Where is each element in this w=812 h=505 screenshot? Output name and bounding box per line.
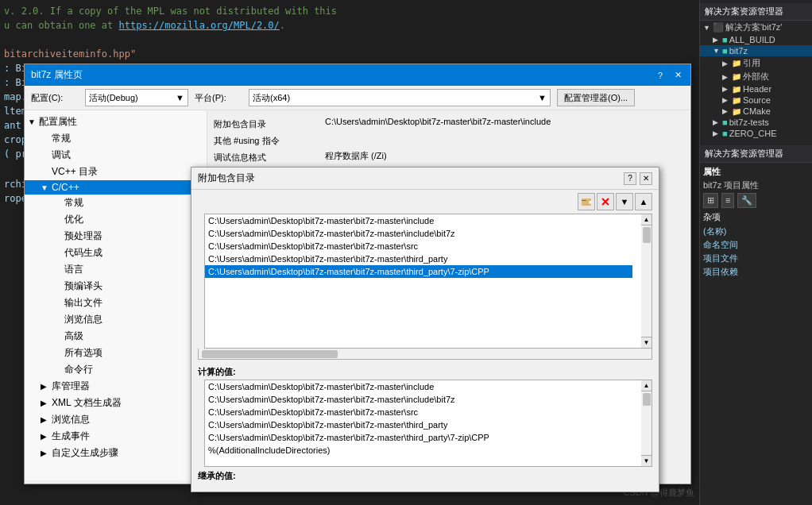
props-icon-list[interactable]: ≡ <box>721 193 734 208</box>
tree-item-zeroche[interactable]: ▶ ■ ZERO_CHE <box>700 128 812 139</box>
computed-list: C:\Users\admin\Desktop\bit7z-master\bit7… <box>204 380 646 467</box>
ltree-cpp-general[interactable]: 常规 <box>25 195 207 211</box>
ltree-vc-dirs[interactable]: VC++ 目录 <box>25 164 207 180</box>
solution-explorer-header: 解决方案资源管理器 <box>700 3 812 21</box>
expand-arrow: ▶ <box>41 415 52 424</box>
dir-item[interactable]: C:\Users\admin\Desktop\bit7z-master\bit7… <box>205 240 632 252</box>
dir-item-selected[interactable]: C:\Users\admin\Desktop\bit7z-master\bit7… <box>205 265 632 278</box>
dir-item[interactable]: C:\Users\admin\Desktop\bit7z-master\bit7… <box>205 227 632 240</box>
tree-item-bit7ztests[interactable]: ▶ ■ bit7z-tests <box>700 117 812 128</box>
ltree-browse[interactable]: ▶ 浏览信息 <box>25 411 207 428</box>
config-manager-button[interactable]: 配置管理器(O)... <box>557 89 635 106</box>
ltree-general[interactable]: 常规 <box>25 130 207 147</box>
prop-using: 其他 #using 指令 <box>214 133 684 147</box>
ltree-cpp-preproc[interactable]: 预处理器 <box>25 228 207 245</box>
ltree-cpp-pch[interactable]: 预编译头 <box>25 278 207 295</box>
move-up-button[interactable]: ▲ <box>635 193 652 210</box>
ltree-libmgr[interactable]: ▶ 库管理器 <box>25 378 207 395</box>
computed-label: 计算的值: <box>191 363 659 380</box>
config-combo[interactable]: 活动(Debug) ▼ <box>85 89 188 106</box>
config-label: 配置(C): <box>31 92 79 104</box>
platform-label: 平台(P): <box>195 92 242 104</box>
scroll-down-btn[interactable]: ▼ <box>641 337 652 348</box>
inner-close-button[interactable]: ✕ <box>640 172 652 185</box>
code-line: bitarchiveiteminfo.hpp" <box>4 47 695 61</box>
tree-item-solution[interactable]: ▼ ⬛ 解决方案'bit7z' <box>700 21 812 34</box>
ltree-cpp-cmdline[interactable]: 命令行 <box>25 361 207 378</box>
ltree-config-props[interactable]: ▼ 配置属性 <box>25 114 207 130</box>
add-folder-button[interactable] <box>578 193 595 210</box>
tree-label: Header <box>743 84 771 94</box>
ltree-label: 语言 <box>64 263 83 276</box>
scroll-up-btn[interactable]: ▲ <box>641 380 652 391</box>
props-row-projdep: 项目依赖 <box>703 265 809 279</box>
ltree-cpp[interactable]: ▼ C/C++ <box>25 180 207 195</box>
expand-arrow: ▶ <box>713 36 722 44</box>
tree-item-allbuild[interactable]: ▶ ■ ALL_BUILD <box>700 34 812 45</box>
tree-item-extdeps[interactable]: ▶ 📁 外部依 <box>700 70 812 83</box>
ltree-cpp-optimize[interactable]: 优化 <box>25 211 207 228</box>
tree-item-cmake[interactable]: ▶ 📁 CMake <box>700 106 812 117</box>
ltree-label: 生成事件 <box>52 430 90 443</box>
tree-label: 引用 <box>743 57 760 69</box>
vscrollbar-dirs[interactable]: ▲ ▼ <box>641 214 652 349</box>
vscrollbar-computed[interactable]: ▲ ▼ <box>641 380 652 467</box>
scroll-down-btn[interactable]: ▼ <box>641 455 652 466</box>
expand-arrow: ▼ <box>28 118 39 126</box>
ltree-label: 高级 <box>64 330 83 343</box>
tree-label: 解决方案'bit7z' <box>725 21 782 33</box>
move-down-button[interactable]: ▼ <box>616 193 633 210</box>
ltree-cpp-output[interactable]: 输出文件 <box>25 295 207 311</box>
expand-arrow: ▶ <box>41 399 52 407</box>
tree-item-headers[interactable]: ▶ 📁 Header <box>700 83 812 94</box>
expand-arrow: ▶ <box>722 60 732 67</box>
props-icon-tool[interactable]: 🔧 <box>737 193 756 208</box>
delete-button[interactable] <box>597 193 614 210</box>
props-icons: ⊞ ≡ 🔧 <box>703 193 809 208</box>
main-dialog-toolbar: 配置(C): 活动(Debug) ▼ 平台(P): 活动(x64) ▼ 配置管理… <box>25 86 690 110</box>
folder-icon: 📁 <box>732 72 741 81</box>
solution-explorer-panel: 解决方案资源管理器 ▼ ⬛ 解决方案'bit7z' ▶ ■ ALL_BUILD … <box>699 0 812 505</box>
expand-arrow: ▶ <box>722 107 732 115</box>
scroll-up-btn[interactable]: ▲ <box>641 214 652 226</box>
ltree-cpp-lang[interactable]: 语言 <box>25 261 207 278</box>
scroll-thumb <box>643 227 651 243</box>
prop-key: 其他 #using 指令 <box>214 133 325 147</box>
project-icon: ■ <box>722 118 728 127</box>
ltree-label: C/C++ <box>52 182 79 193</box>
dir-list[interactable]: C:\Users\admin\Desktop\bit7z-master\bit7… <box>204 214 646 349</box>
computed-item: C:\Users\admin\Desktop\bit7z-master\bit7… <box>205 431 632 444</box>
computed-item: %(AdditionalIncludeDirectories) <box>205 444 632 457</box>
svg-rect-3 <box>590 201 591 204</box>
ltree-cpp-browse[interactable]: 浏览信息 <box>25 311 207 328</box>
props-title: 属性 <box>703 166 809 178</box>
inner-dialog-title: 附加包含目录 <box>198 172 255 185</box>
close-button[interactable]: ✕ <box>671 69 684 82</box>
platform-value: 活动(x64) <box>253 92 290 104</box>
tree-label: 外部依 <box>743 71 769 83</box>
properties-tree: ▼ 配置属性 常规 调试 VC++ 目录 ▼ C/C++ <box>25 110 207 480</box>
hscrollbar-dirs[interactable] <box>198 349 652 360</box>
ltree-cpp-advanced[interactable]: 高级 <box>25 328 207 345</box>
tree-item-bit7z[interactable]: ▼ ■ bit7z <box>700 45 812 56</box>
prop-include-dirs: 附加包含目录 C:\Users\admin\Desktop\bit7z-mast… <box>214 117 684 130</box>
ltree-custombuild[interactable]: ▶ 自定义生成步骤 <box>25 445 207 461</box>
ltree-cpp-codegen[interactable]: 代码生成 <box>25 245 207 261</box>
ltree-cpp-allopts[interactable]: 所有选项 <box>25 345 207 361</box>
dir-item[interactable]: C:\Users\admin\Desktop\bit7z-master\bit7… <box>205 252 632 265</box>
props-icon-grid[interactable]: ⊞ <box>703 193 718 208</box>
folder-icon: 📁 <box>732 59 741 67</box>
ltree-label: 命令行 <box>64 363 93 376</box>
prop-key: 调试信息格式 <box>214 150 325 164</box>
inner-help-button[interactable]: ? <box>624 172 636 185</box>
ltree-xmlgen[interactable]: ▶ XML 文档生成器 <box>25 395 207 411</box>
props-section-label: 杂项 <box>703 211 809 223</box>
platform-combo[interactable]: 活动(x64) ▼ <box>249 89 551 106</box>
ltree-debug[interactable]: 调试 <box>25 147 207 164</box>
tree-item-source[interactable]: ▶ 📁 Source <box>700 94 812 106</box>
ltree-buildevents[interactable]: ▶ 生成事件 <box>25 428 207 445</box>
help-button[interactable]: ? <box>654 69 667 82</box>
dir-item[interactable]: C:\Users\admin\Desktop\bit7z-master\bit7… <box>205 214 632 227</box>
tree-item-refs[interactable]: ▶ 📁 引用 <box>700 56 812 70</box>
expand-arrow: ▶ <box>41 382 52 391</box>
